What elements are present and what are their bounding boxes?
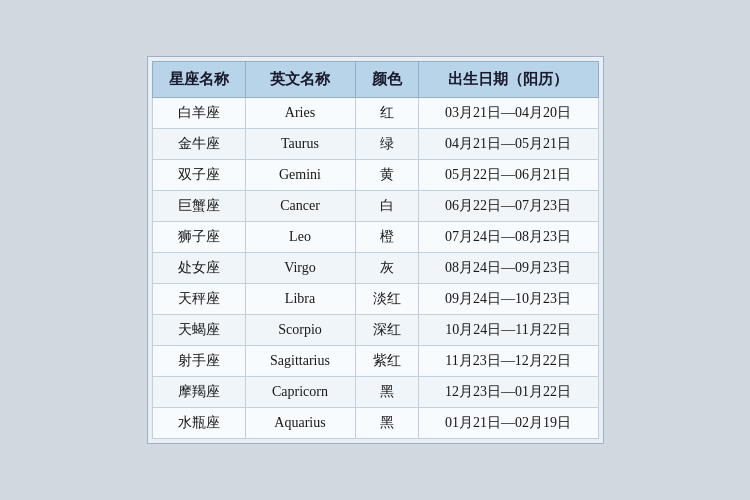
cell-date: 01月21日—02月19日 — [418, 408, 598, 439]
cell-english: Aquarius — [245, 408, 355, 439]
cell-english: Virgo — [245, 253, 355, 284]
cell-color: 灰 — [355, 253, 418, 284]
table-body: 白羊座Aries红03月21日—04月20日金牛座Taurus绿04月21日—0… — [152, 98, 598, 439]
cell-chinese: 狮子座 — [152, 222, 245, 253]
cell-chinese: 白羊座 — [152, 98, 245, 129]
cell-color: 黄 — [355, 160, 418, 191]
cell-chinese: 射手座 — [152, 346, 245, 377]
cell-date: 11月23日—12月22日 — [418, 346, 598, 377]
cell-color: 淡红 — [355, 284, 418, 315]
table-row: 处女座Virgo灰08月24日—09月23日 — [152, 253, 598, 284]
cell-date: 05月22日—06月21日 — [418, 160, 598, 191]
cell-english: Cancer — [245, 191, 355, 222]
table-row: 摩羯座Capricorn黑12月23日—01月22日 — [152, 377, 598, 408]
cell-english: Aries — [245, 98, 355, 129]
cell-chinese: 水瓶座 — [152, 408, 245, 439]
cell-chinese: 处女座 — [152, 253, 245, 284]
cell-color: 红 — [355, 98, 418, 129]
cell-color: 深红 — [355, 315, 418, 346]
table-row: 白羊座Aries红03月21日—04月20日 — [152, 98, 598, 129]
cell-color: 白 — [355, 191, 418, 222]
cell-chinese: 摩羯座 — [152, 377, 245, 408]
cell-color: 绿 — [355, 129, 418, 160]
cell-english: Libra — [245, 284, 355, 315]
cell-color: 黑 — [355, 377, 418, 408]
cell-chinese: 天秤座 — [152, 284, 245, 315]
table-row: 射手座Sagittarius紫红11月23日—12月22日 — [152, 346, 598, 377]
cell-english: Leo — [245, 222, 355, 253]
table-row: 金牛座Taurus绿04月21日—05月21日 — [152, 129, 598, 160]
cell-color: 黑 — [355, 408, 418, 439]
cell-english: Taurus — [245, 129, 355, 160]
table-row: 双子座Gemini黄05月22日—06月21日 — [152, 160, 598, 191]
cell-english: Scorpio — [245, 315, 355, 346]
cell-color: 紫红 — [355, 346, 418, 377]
cell-chinese: 双子座 — [152, 160, 245, 191]
table-row: 天蝎座Scorpio深红10月24日—11月22日 — [152, 315, 598, 346]
zodiac-table-container: 星座名称 英文名称 颜色 出生日期（阳历） 白羊座Aries红03月21日—04… — [147, 56, 604, 444]
header-date: 出生日期（阳历） — [418, 62, 598, 98]
header-color: 颜色 — [355, 62, 418, 98]
cell-date: 07月24日—08月23日 — [418, 222, 598, 253]
cell-date: 12月23日—01月22日 — [418, 377, 598, 408]
cell-date: 10月24日—11月22日 — [418, 315, 598, 346]
cell-date: 04月21日—05月21日 — [418, 129, 598, 160]
table-header-row: 星座名称 英文名称 颜色 出生日期（阳历） — [152, 62, 598, 98]
cell-date: 06月22日—07月23日 — [418, 191, 598, 222]
table-row: 巨蟹座Cancer白06月22日—07月23日 — [152, 191, 598, 222]
cell-color: 橙 — [355, 222, 418, 253]
cell-chinese: 巨蟹座 — [152, 191, 245, 222]
table-row: 水瓶座Aquarius黑01月21日—02月19日 — [152, 408, 598, 439]
cell-english: Gemini — [245, 160, 355, 191]
cell-date: 08月24日—09月23日 — [418, 253, 598, 284]
cell-chinese: 金牛座 — [152, 129, 245, 160]
cell-english: Capricorn — [245, 377, 355, 408]
cell-chinese: 天蝎座 — [152, 315, 245, 346]
cell-date: 09月24日—10月23日 — [418, 284, 598, 315]
cell-english: Sagittarius — [245, 346, 355, 377]
header-chinese: 星座名称 — [152, 62, 245, 98]
table-row: 狮子座Leo橙07月24日—08月23日 — [152, 222, 598, 253]
table-row: 天秤座Libra淡红09月24日—10月23日 — [152, 284, 598, 315]
zodiac-table: 星座名称 英文名称 颜色 出生日期（阳历） 白羊座Aries红03月21日—04… — [152, 61, 599, 439]
header-english: 英文名称 — [245, 62, 355, 98]
cell-date: 03月21日—04月20日 — [418, 98, 598, 129]
